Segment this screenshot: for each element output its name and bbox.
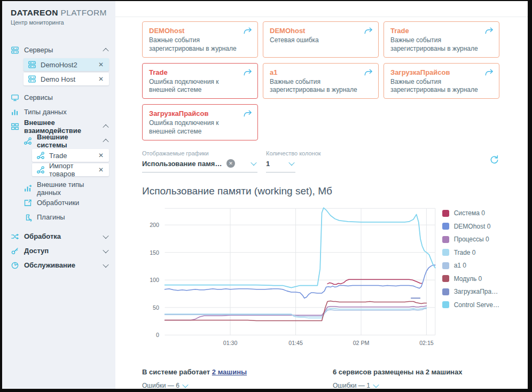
alert-description: Важные события зарегистрированы в журнал… bbox=[149, 36, 240, 53]
close-icon[interactable]: ✕ bbox=[97, 60, 105, 69]
charts-select-label: Отображаемые графики bbox=[142, 150, 257, 156]
alert-title: a1 bbox=[270, 68, 361, 76]
alert-description: Ошибка подключения к внешней системе bbox=[149, 119, 240, 136]
svg-text:100: 100 bbox=[150, 277, 159, 283]
brand-platform: PLATFORM bbox=[60, 8, 106, 17]
svg-text:01:30: 01:30 bbox=[223, 340, 238, 346]
columns-select[interactable]: Количество колонок 1 bbox=[266, 150, 295, 173]
legend-swatch bbox=[442, 210, 449, 217]
sidebar-item-внешние-системы[interactable]: Внешние системы bbox=[2, 134, 115, 148]
charts-select[interactable]: Отображаемые графики Использование памят… bbox=[142, 150, 257, 173]
legend-swatch bbox=[442, 262, 449, 269]
alert-card[interactable]: TradeВажные события зарегистрированы в ж… bbox=[384, 21, 499, 58]
sidebar-item-сервисы[interactable]: Сервисы bbox=[2, 90, 115, 105]
share-icon[interactable] bbox=[484, 68, 494, 78]
alert-card[interactable]: TradeОшибка подключения к внешней систем… bbox=[142, 63, 258, 99]
services-errors-toggle[interactable]: Ошибки — 1 bbox=[333, 382, 499, 389]
sidebar-chip-trade[interactable]: Trade✕ bbox=[32, 149, 109, 162]
sidebar-chip-импорт-товаров[interactable]: Импорт товаров✕ bbox=[32, 163, 109, 176]
legend-swatch bbox=[442, 275, 449, 282]
network-icon bbox=[36, 166, 45, 174]
sidebar-item-доступ[interactable]: Доступ bbox=[2, 244, 115, 258]
legend-swatch bbox=[442, 236, 449, 243]
alert-title: DEMOhost bbox=[270, 27, 361, 35]
sidebar-chip-demo-host[interactable]: Demo Host✕ bbox=[24, 73, 109, 85]
legend-item: Система 0 bbox=[442, 207, 499, 220]
services-summary: 6 сервисов размещены на 2 машинах Ошибки… bbox=[333, 368, 499, 389]
app-window: DATAREON PLATFORM Центр мониторинга Серв… bbox=[2, 1, 528, 389]
refresh-button[interactable] bbox=[489, 154, 499, 167]
sidebar-item-обработка[interactable]: Обработка bbox=[2, 229, 115, 244]
summary-section: В системе работает 2 машины Ошибки — 6 bbox=[142, 368, 499, 389]
share-icon[interactable] bbox=[243, 68, 252, 78]
main-content: DEMOhostВажные события зарегистрированы … bbox=[115, 17, 528, 389]
sidebar-item-плагины[interactable]: Плагины bbox=[2, 210, 115, 224]
share-icon[interactable] bbox=[364, 68, 373, 78]
alert-card[interactable]: ЗагрузкаПрайсовВажные события зарегистри… bbox=[384, 63, 499, 99]
close-icon[interactable]: ✕ bbox=[97, 166, 105, 174]
close-icon[interactable]: ✕ bbox=[97, 151, 105, 160]
sidebar-item-label: Trade bbox=[49, 152, 67, 160]
sidebar: DATAREON PLATFORM Центр мониторинга Серв… bbox=[2, 1, 115, 389]
chart-area: 05010015020001:3001:4502 PM02:15 Система… bbox=[142, 202, 499, 350]
chevron-down-icon bbox=[103, 232, 108, 238]
legend-label: Процессы 0 bbox=[454, 236, 489, 243]
machines-summary: В системе работает 2 машины Ошибки — 6 bbox=[142, 368, 333, 389]
sidebar-item-label: Внешние типы данных bbox=[37, 181, 103, 197]
charts-select-value: Использование памяти (working set), Мб bbox=[142, 160, 223, 168]
close-icon[interactable]: ✕ bbox=[97, 75, 105, 83]
chevron-down-icon bbox=[251, 160, 256, 166]
sidebar-item-типы-данных[interactable]: Типы данных bbox=[2, 105, 115, 119]
grid-icon bbox=[11, 122, 19, 131]
sidebar-item-label: Внешние системы bbox=[37, 133, 94, 149]
sidebar-item-label: Обслуживание bbox=[24, 261, 75, 269]
brand-subtitle: Центр мониторинга bbox=[2, 18, 115, 26]
share-icon[interactable] bbox=[243, 27, 252, 36]
legend-label: Модуль 0 bbox=[454, 275, 482, 283]
key-icon bbox=[11, 247, 19, 255]
machines-link[interactable]: 2 машины bbox=[212, 368, 247, 376]
main-panel: DEMOhostВажные события зарегистрированы … bbox=[115, 1, 528, 389]
alert-title: Trade bbox=[390, 27, 482, 35]
alert-description: Важные события зарегистрированы в журнал… bbox=[390, 78, 482, 95]
brand-logo: DATAREON PLATFORM bbox=[2, 1, 115, 18]
sidebar-item-обслуживание[interactable]: Обслуживание bbox=[2, 258, 115, 272]
chart-controls: Отображаемые графики Использование памят… bbox=[142, 150, 499, 173]
legend-item: DEMOhost 0 bbox=[442, 219, 499, 233]
legend-item: Control Serve… bbox=[442, 298, 499, 311]
svg-text:150: 150 bbox=[150, 249, 159, 256]
clear-selection-icon[interactable]: ✕ bbox=[226, 159, 235, 168]
share-icon[interactable] bbox=[484, 27, 494, 36]
machines-errors-toggle[interactable]: Ошибки — 6 bbox=[142, 382, 333, 389]
alert-title: Trade bbox=[149, 68, 240, 76]
sidebar-item-label: Обработка bbox=[24, 232, 61, 240]
sidebar-item-label: Импорт товаров bbox=[49, 162, 89, 178]
sidebar-item-внешние-типы-данных[interactable]: Внешние типы данных bbox=[2, 181, 115, 195]
brand-name: DATAREON bbox=[11, 8, 58, 17]
server-icon bbox=[11, 46, 19, 54]
legend-item: ЗагрузкаПра… bbox=[442, 285, 499, 299]
alert-card[interactable]: DEMOhostВажные события зарегистрированы … bbox=[142, 21, 258, 58]
barsext-icon bbox=[24, 184, 32, 193]
network-icon bbox=[36, 151, 45, 160]
sidebar-item-серверы[interactable]: Серверы bbox=[2, 43, 115, 57]
legend-item: Процессы 0 bbox=[442, 233, 499, 246]
svg-text:200: 200 bbox=[150, 222, 159, 228]
alert-card[interactable]: DEMOhostСетевая ошибка bbox=[263, 21, 379, 58]
chevron-down-icon bbox=[182, 382, 188, 388]
legend-label: Trade 0 bbox=[454, 249, 476, 256]
alert-cards: DEMOhostВажные события зарегистрированы … bbox=[142, 21, 499, 140]
share-icon[interactable] bbox=[364, 27, 373, 36]
alert-card[interactable]: ЗагрузкаПрайсовОшибка подключения к внеш… bbox=[142, 104, 258, 140]
legend-label: DEMOhost 0 bbox=[454, 223, 491, 230]
share-icon[interactable] bbox=[243, 109, 252, 119]
alert-card[interactable]: a1Важные события зарегистрированы в журн… bbox=[263, 63, 379, 99]
sidebar-item-внешнее-взаимодействие[interactable]: Внешнее взаимодействие bbox=[2, 119, 115, 134]
chevron-down-icon bbox=[373, 382, 379, 388]
alert-title: ЗагрузкаПрайсов bbox=[390, 68, 482, 76]
chevron-up-icon bbox=[103, 138, 108, 144]
legend-swatch bbox=[442, 249, 449, 256]
sidebar-chip-demohost2[interactable]: DemoHost2✕ bbox=[24, 58, 109, 71]
sidebar-item-обработчики[interactable]: Обработчики bbox=[2, 195, 115, 210]
chevron-down-icon bbox=[103, 247, 108, 253]
